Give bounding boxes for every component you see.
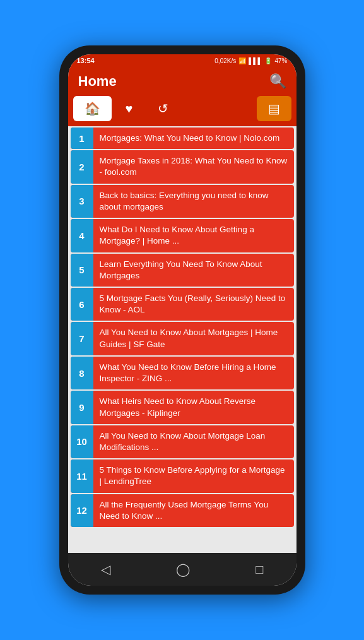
list-item[interactable]: 10All You Need to Know About Mortgage Lo…	[71, 425, 294, 458]
list-item-text: Back to basics: Everything you need to k…	[93, 185, 294, 218]
list-item[interactable]: 7All You Need to Know About Mortgages | …	[71, 322, 294, 355]
list-item-number: 12	[71, 494, 93, 527]
status-icons: 0,02K/s 📶 ▌▌▌ 🔋 47%	[214, 57, 287, 64]
battery-level: 47%	[274, 57, 287, 64]
list-item[interactable]: 2Mortgage Taxes in 2018: What You Need t…	[71, 150, 294, 183]
status-time: 13:54	[77, 57, 95, 64]
heart-icon: ♥	[126, 102, 133, 116]
list-item-text: What You Need to Know Before Hiring a Ho…	[93, 357, 294, 389]
list-item-number: 7	[71, 322, 93, 355]
list-item-number: 1	[71, 127, 93, 149]
list-item-number: 11	[71, 459, 93, 492]
tab-history[interactable]: ↺	[146, 96, 180, 121]
list-item[interactable]: 1Mortgages: What You Need to Know | Nolo…	[71, 127, 294, 149]
list-item-number: 5	[71, 254, 93, 287]
phone-frame: 13:54 0,02K/s 📶 ▌▌▌ 🔋 47% Home 🔍 🏠 ♥ ↺	[59, 45, 305, 595]
status-bar: 13:54 0,02K/s 📶 ▌▌▌ 🔋 47%	[68, 54, 296, 67]
tab-list-view[interactable]: ▤	[257, 96, 291, 121]
list-item-text: Mortgage Taxes in 2018: What You Need to…	[93, 150, 294, 183]
tab-home[interactable]: 🏠	[73, 96, 112, 121]
battery-icon: 🔋	[264, 57, 272, 64]
network-speed: 0,02K/s	[214, 57, 236, 64]
home-icon: 🏠	[85, 101, 100, 116]
tab-favorites[interactable]: ♥	[114, 96, 144, 121]
list-item-text: 5 Mortgage Facts You (Really, Seriously)…	[93, 288, 294, 321]
list-item-number: 10	[71, 425, 93, 458]
list-item-text: 5 Things to Know Before Applying for a M…	[93, 459, 294, 492]
list-item-number: 4	[71, 219, 93, 252]
tab-spacer	[182, 96, 254, 121]
list-item-number: 3	[71, 185, 93, 218]
signal-icon: ▌▌▌	[249, 57, 262, 64]
list-item[interactable]: 3Back to basics: Everything you need to …	[71, 185, 294, 218]
tab-bar: 🏠 ♥ ↺ ▤	[68, 96, 296, 126]
list-view-icon: ▤	[268, 101, 280, 116]
phone-screen: 13:54 0,02K/s 📶 ▌▌▌ 🔋 47% Home 🔍 🏠 ♥ ↺	[68, 54, 296, 586]
wifi-icon: 📶	[238, 57, 246, 64]
list-item-text: What Do I Need to Know About Getting a M…	[93, 219, 294, 252]
list-item[interactable]: 4What Do I Need to Know About Getting a …	[71, 219, 294, 252]
list-item-number: 6	[71, 288, 93, 321]
list-item-text: Learn Everything You Need To Know About …	[93, 254, 294, 287]
list-item[interactable]: 115 Things to Know Before Applying for a…	[71, 459, 294, 492]
list-item[interactable]: 8What You Need to Know Before Hiring a H…	[71, 357, 294, 389]
back-button[interactable]: ◁	[88, 559, 123, 579]
list-item[interactable]: 9What Heirs Need to Know About Reverse M…	[71, 391, 294, 424]
search-button[interactable]: 🔍	[269, 73, 286, 90]
list-item-number: 8	[71, 357, 93, 389]
list-item-text: Mortgages: What You Need to Know | Nolo.…	[93, 127, 286, 149]
home-button[interactable]: ◯	[163, 559, 203, 579]
list-item-number: 2	[71, 150, 93, 183]
history-icon: ↺	[158, 101, 168, 116]
list-item-number: 9	[71, 391, 93, 424]
list-item-text: What Heirs Need to Know About Reverse Mo…	[93, 391, 294, 424]
results-list[interactable]: 1Mortgages: What You Need to Know | Nolo…	[68, 126, 296, 553]
page-title: Home	[78, 73, 117, 90]
app-header: Home 🔍	[68, 67, 296, 96]
list-item[interactable]: 5Learn Everything You Need To Know About…	[71, 254, 294, 287]
nav-bar: ◁ ◯ □	[68, 553, 296, 586]
list-item[interactable]: 65 Mortgage Facts You (Really, Seriously…	[71, 288, 294, 321]
list-item-text: All You Need to Know About Mortgage Loan…	[93, 425, 294, 458]
list-item[interactable]: 12All the Frequently Used Mortgage Terms…	[71, 494, 294, 527]
list-item-text: All You Need to Know About Mortgages | H…	[93, 322, 294, 355]
list-item-text: All the Frequently Used Mortgage Terms Y…	[93, 494, 294, 527]
recents-button[interactable]: □	[243, 560, 276, 579]
